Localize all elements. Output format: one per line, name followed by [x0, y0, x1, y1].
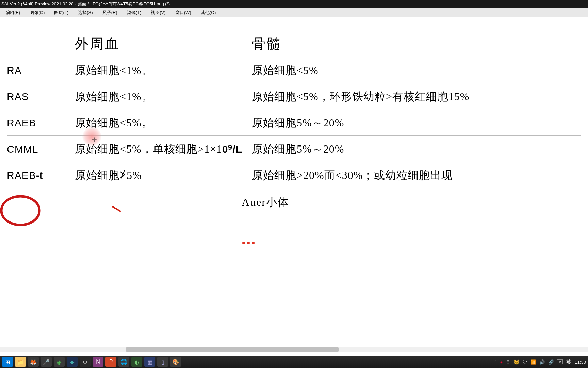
row-label: RAS: [7, 91, 75, 103]
taskbar-explorer-icon[interactable]: 📁: [15, 357, 26, 367]
menu-image[interactable]: 图像(C): [25, 10, 49, 16]
menu-window[interactable]: 窗口(W): [170, 10, 196, 16]
taskbar-app3-icon[interactable]: ▯: [157, 357, 168, 367]
row-col2: 原始细胞<5%，环形铁幼粒>有核红细胞15%: [252, 89, 581, 104]
tray-app-icon[interactable]: 🐱: [514, 359, 519, 365]
row-label: CMML: [7, 143, 75, 155]
canvas[interactable]: 外周血 骨髓 RA 原始细胞<1%。 原始细胞<5% RAS 原始细胞<1%。 …: [0, 17, 588, 344]
taskbar-settings-icon[interactable]: ⚙: [80, 357, 91, 367]
taskbar-chrome-icon[interactable]: ◉: [54, 357, 65, 367]
menu-view[interactable]: 视图(V): [146, 10, 170, 16]
header-col-1: 外周血: [75, 34, 252, 53]
svg-point-0: [1, 196, 39, 225]
tray-expand-icon[interactable]: ˄: [494, 359, 496, 365]
title-bar: SAI Ver.2 (64bit) Preview.2021.02.28 - 桌…: [0, 0, 588, 8]
tray-shield-icon[interactable]: 🛡: [523, 359, 527, 365]
tray-clock[interactable]: 11:30: [575, 359, 586, 365]
red-dots-annotation: [242, 242, 255, 244]
tray-record-icon[interactable]: ●: [500, 359, 503, 365]
row-col1: 原始细胞<1%。: [75, 63, 252, 78]
red-circle-annotation: [0, 194, 44, 228]
menu-other[interactable]: 其他(O): [196, 10, 221, 16]
taskbar-vscode-icon[interactable]: ◆: [67, 357, 78, 367]
menu-select[interactable]: 选择(S): [73, 10, 97, 16]
taskbar-app1-icon[interactable]: ◐: [131, 357, 142, 367]
taskbar-mic-icon[interactable]: 🎤: [41, 357, 52, 367]
taskbar-start-icon[interactable]: ⊞: [2, 357, 13, 367]
app-title: SAI Ver.2 (64bit) Preview.2021.02.28 - 桌…: [1, 1, 170, 6]
tray-ime-lang[interactable]: 英: [566, 359, 571, 365]
header-col-2: 骨髓: [252, 34, 282, 53]
row-col2: 原始细胞<5%: [252, 63, 581, 78]
taskbar-onenote-icon[interactable]: N: [93, 357, 103, 367]
tray-link-icon[interactable]: 🔗: [548, 359, 554, 365]
tray-volume-icon[interactable]: 🔊: [539, 359, 545, 365]
tray-ime-mode[interactable]: M: [557, 359, 563, 364]
row-label: RAEB-t: [7, 170, 75, 181]
menu-filter[interactable]: 滤镜(T): [122, 10, 146, 16]
taskbar: ⊞📁🦊🎤◉◆⚙NP🌐◐▦▯🎨 ˄ ● 🎙 🐱 🛡 📶 🔊 🔗 M 英 11:30: [0, 356, 588, 368]
menu-bar: 编辑(E) 图像(C) 图层(L) 选择(S) 尺子(R) 滤镜(T) 视图(V…: [0, 8, 588, 17]
row-col2: 原始细胞5%～20%: [252, 142, 581, 157]
taskbar-app2-icon[interactable]: ▦: [144, 357, 155, 367]
tray-mic-icon[interactable]: 🎙: [506, 359, 510, 365]
row-col2: 原始细胞>20%而<30%；或幼粒细胞出现: [252, 168, 581, 183]
menu-layer[interactable]: 图层(L): [49, 10, 73, 16]
taskbar-sai-icon[interactable]: 🎨: [170, 357, 181, 367]
taskbar-ppt-icon[interactable]: P: [105, 357, 116, 367]
row-col1: 原始细胞≯5%: [75, 168, 252, 183]
crosshair-cursor-icon: ✛: [91, 136, 97, 144]
footer-text: Auer小体: [242, 195, 289, 210]
row-col1: 原始细胞<1%。: [75, 89, 252, 104]
scrollbar-thumb[interactable]: [126, 347, 339, 352]
tray-network-icon[interactable]: 📶: [530, 359, 536, 365]
row-col1: 原始细胞<5%。: [75, 116, 252, 131]
row-label: RAEB: [7, 117, 75, 129]
row-col1: 原始细胞<5%，单核细胞>1×10⁹/L: [75, 142, 252, 157]
taskbar-firefox-icon[interactable]: 🦊: [28, 357, 39, 367]
row-col2: 原始细胞5%～20%: [252, 116, 581, 131]
taskbar-browser-icon[interactable]: 🌐: [118, 357, 129, 367]
menu-edit[interactable]: 编辑(E): [1, 10, 25, 16]
system-tray: ˄ ● 🎙 🐱 🛡 📶 🔊 🔗 M 英 11:30: [494, 359, 586, 365]
row-label: RA: [7, 65, 75, 76]
horizontal-scrollbar[interactable]: [0, 347, 588, 352]
menu-ruler[interactable]: 尺子(R): [98, 10, 122, 16]
